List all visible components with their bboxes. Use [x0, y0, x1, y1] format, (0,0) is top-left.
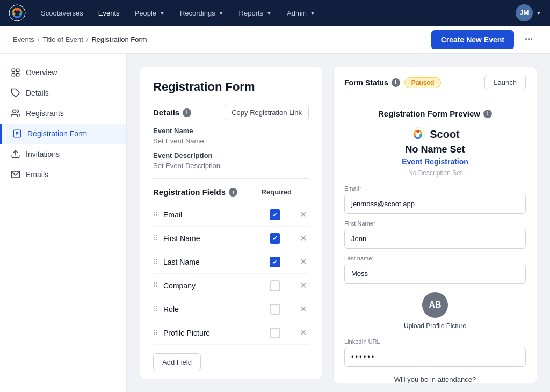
preview-lastname-input[interactable] [344, 264, 526, 284]
status-bar: Form Status i Paused Launch [333, 67, 537, 98]
checkbox-firstname[interactable] [270, 233, 280, 244]
recordings-dropdown-icon: ▼ [219, 10, 224, 16]
preview-email-input[interactable] [344, 194, 526, 214]
drag-handle-lastname[interactable]: ⠿ [153, 258, 158, 266]
details-info-icon[interactable]: i [183, 108, 191, 117]
field-row-email: ⠿ Email ✕ [153, 203, 309, 227]
nav-reports[interactable]: Reports ▼ [233, 6, 278, 20]
remove-company-button[interactable]: ✕ [298, 279, 309, 292]
svg-point-15 [411, 127, 425, 141]
drag-handle-profile-picture[interactable]: ⠿ [153, 329, 158, 337]
sidebar: Overview Details Registrants [0, 54, 127, 392]
checkbox-company[interactable] [270, 280, 280, 291]
invite-icon [11, 149, 20, 159]
nav-admin[interactable]: Admin ▼ [280, 6, 322, 20]
nav-events[interactable]: Events [92, 6, 126, 20]
event-name-value[interactable]: Set Event Name [153, 137, 309, 145]
people-dropdown-icon: ▼ [160, 10, 165, 16]
svg-point-0 [9, 5, 25, 21]
remove-profile-picture-button[interactable]: ✕ [298, 326, 309, 339]
preview-firstname-input[interactable] [344, 229, 526, 249]
drag-handle-email[interactable]: ⠿ [153, 211, 158, 219]
nav-recordings[interactable]: Recordings ▼ [173, 6, 230, 20]
checkbox-role[interactable] [270, 304, 280, 315]
section-divider [153, 178, 309, 179]
preview-inner: Registration Form Preview i [334, 98, 537, 383]
preview-email-label: Email* [344, 185, 526, 192]
preview-field-email: Email* [344, 185, 526, 214]
avatar-dropdown-icon: ▼ [536, 10, 541, 16]
scoot-logo-text: Scoot [430, 128, 460, 141]
remove-firstname-button[interactable]: ✕ [298, 232, 309, 244]
nav-scootaverses[interactable]: Scootaverses [34, 6, 90, 20]
svg-point-18 [414, 134, 416, 136]
sidebar-item-invitations-label: Invitations [26, 150, 60, 158]
sidebar-item-registrants-label: Registrants [26, 109, 64, 118]
drag-handle-company[interactable]: ⠿ [153, 282, 158, 289]
preview-title: Registration Form Preview i [344, 109, 526, 118]
sidebar-item-registration-form[interactable]: Registration Form [0, 124, 126, 144]
drag-handle-firstname[interactable]: ⠿ [153, 235, 158, 242]
sidebar-item-emails[interactable]: Emails [0, 164, 126, 185]
breadcrumb-sep-1: / [38, 35, 40, 43]
launch-button[interactable]: Launch [484, 75, 526, 90]
remove-role-button[interactable]: ✕ [298, 303, 309, 315]
field-name-lastname: Last Name [163, 258, 270, 266]
checkbox-email[interactable] [270, 209, 280, 220]
checkbox-profile-picture[interactable] [270, 328, 280, 338]
sidebar-item-overview-label: Overview [26, 68, 57, 77]
preview-field-firstname: First Name* [344, 220, 526, 249]
sidebar-item-registrants[interactable]: Registrants [0, 103, 126, 124]
form-status-info-icon[interactable]: i [392, 78, 400, 87]
sidebar-item-overview[interactable]: Overview [0, 62, 126, 83]
field-name-profile-picture: Profile Picture [163, 329, 270, 337]
required-column-label: Required [262, 188, 292, 196]
avatar[interactable]: JM [516, 4, 533, 21]
preview-avatar: AB [422, 292, 448, 318]
event-description-field: Event Description Set Event Description [153, 151, 309, 170]
app-logo[interactable] [9, 4, 26, 21]
field-name-firstname: First Name [163, 234, 270, 243]
checkbox-lastname[interactable] [270, 257, 280, 267]
details-section-header: Details i Copy Registration Link [153, 105, 309, 120]
preview-lastname-label: Last name* [344, 255, 526, 262]
users-icon [11, 108, 20, 118]
scoot-logo-icon [410, 127, 425, 142]
preview-upload-label[interactable]: Upload Profile Picture [344, 322, 526, 330]
more-options-button[interactable]: ··· [520, 32, 537, 47]
form-icon [12, 129, 22, 139]
remove-email-button[interactable]: ✕ [298, 208, 309, 221]
preview-info-icon[interactable]: i [483, 110, 492, 118]
breadcrumb-event-title[interactable]: Title of Event [42, 35, 83, 43]
sub-navigation: Events / Title of Event / Registration F… [0, 26, 550, 54]
email-icon [11, 170, 20, 179]
preview-linkedin-input[interactable] [344, 347, 526, 367]
create-new-event-button[interactable]: Create New Event [431, 30, 514, 49]
fields-info-icon[interactable]: i [229, 188, 237, 197]
preview-container: Registration Form Preview i [333, 98, 537, 383]
sidebar-item-details[interactable]: Details [0, 83, 126, 103]
copy-registration-link-button[interactable]: Copy Registration Link [225, 105, 309, 120]
admin-dropdown-icon: ▼ [310, 10, 315, 16]
remove-lastname-button[interactable]: ✕ [298, 256, 309, 268]
add-field-button[interactable]: Add Field [153, 353, 201, 371]
drag-handle-role[interactable]: ⠿ [153, 306, 158, 313]
field-row-firstname: ⠿ First Name ✕ [153, 227, 309, 250]
status-badge: Paused [404, 77, 442, 88]
nav-people[interactable]: People ▼ [128, 6, 171, 20]
svg-point-9 [13, 110, 16, 113]
event-description-value[interactable]: Set Event Description [153, 162, 309, 170]
top-navigation: Scootaverses Events People ▼ Recordings … [0, 0, 550, 26]
breadcrumb: Events / Title of Event / Registration F… [13, 35, 147, 43]
grid-icon [11, 68, 20, 77]
preview-avatar-section: AB Upload Profile Picture [344, 292, 526, 330]
svg-point-16 [417, 130, 419, 133]
preview-firstname-label: First Name* [344, 220, 526, 227]
svg-point-17 [419, 134, 422, 136]
breadcrumb-events[interactable]: Events [13, 35, 34, 43]
svg-rect-4 [12, 69, 15, 71]
field-name-role: Role [163, 305, 270, 314]
event-name-field: Event Name Set Event Name [153, 127, 309, 145]
preview-linkedin-label: LinkedIn URL [344, 338, 526, 345]
sidebar-item-invitations[interactable]: Invitations [0, 144, 126, 164]
